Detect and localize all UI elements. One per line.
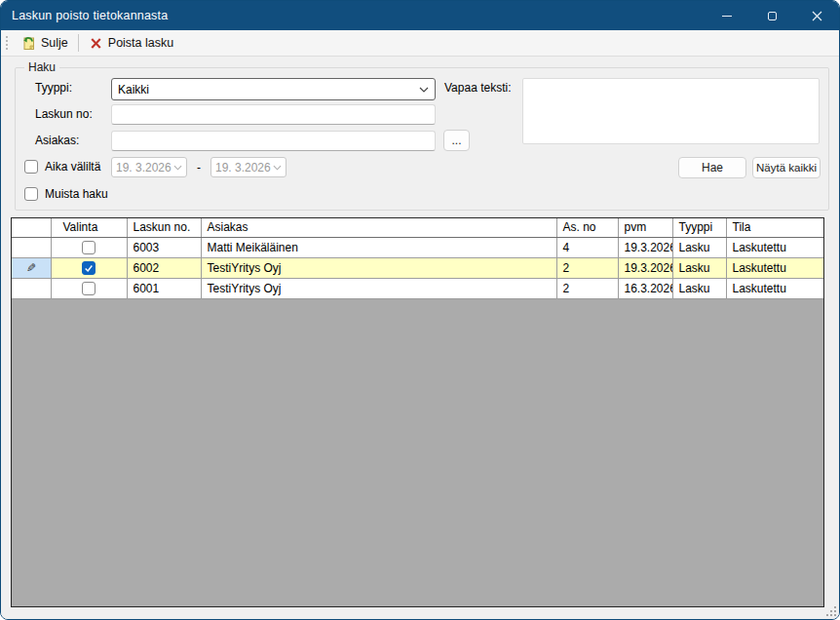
row-selector-cell[interactable]: ✎ [12, 257, 51, 278]
sulje-button[interactable]: Sulje [15, 32, 74, 54]
col-header-tila[interactable]: Tila [726, 218, 823, 237]
cell-pvm[interactable]: 16.3.2026 [618, 278, 672, 298]
free-text-label: Vapaa teksti: [444, 81, 511, 95]
pencil-icon: ✎ [26, 262, 36, 274]
table-row[interactable]: 6001 TestiYritys Oyj 2 16.3.2026 Lasku L… [12, 278, 823, 298]
window-controls [705, 1, 839, 30]
search-group-title: Haku [24, 60, 59, 74]
invoice-no-input[interactable] [111, 104, 436, 125]
cell-tila[interactable]: Laskutettu [726, 278, 823, 298]
toolbar-separator [78, 34, 79, 52]
close-icon [812, 11, 822, 21]
maximize-icon [768, 12, 777, 20]
minimize-icon [722, 16, 732, 17]
date-to-picker[interactable]: 19. 3.2026 [210, 157, 286, 177]
customer-browse-button[interactable]: ... [443, 130, 470, 151]
type-label: Tyyppi: [35, 81, 72, 95]
type-select-value: Kaikki [118, 83, 419, 97]
row-checkbox-cell[interactable] [51, 278, 127, 298]
cell-as-no[interactable]: 2 [556, 278, 618, 298]
close-button[interactable] [794, 1, 839, 30]
title-bar[interactable]: Laskun poisto tietokannasta [1, 1, 839, 30]
cell-tila[interactable]: Laskutettu [726, 257, 823, 278]
cell-tyyppi[interactable]: Lasku [672, 257, 726, 278]
toolbar-grip[interactable] [4, 34, 9, 52]
row-checkbox[interactable] [82, 241, 95, 254]
col-header-selector[interactable] [12, 218, 51, 237]
cell-laskun-no[interactable]: 6002 [127, 257, 201, 278]
type-select[interactable]: Kaikki [111, 78, 436, 100]
remember-search-checkbox[interactable] [24, 187, 38, 201]
cell-asiakas[interactable]: TestiYritys Oyj [201, 278, 556, 298]
chevron-down-icon [173, 165, 182, 171]
cell-asiakas[interactable]: TestiYritys Oyj [201, 257, 556, 278]
check-icon [84, 263, 94, 273]
table-row[interactable]: 6003 Matti Meikäläinen 4 19.3.2026 Lasku… [12, 237, 823, 257]
cell-tyyppi[interactable]: Lasku [672, 278, 726, 298]
client-area: Haku Tyyppi: Kaikki Vapaa teksti: Laskun… [1, 57, 840, 620]
free-text-input[interactable] [522, 78, 820, 144]
customer-label: Asiakas: [35, 134, 79, 147]
cell-pvm[interactable]: 19.3.2026 [618, 237, 672, 257]
invoice-no-label: Laskun no: [35, 107, 93, 121]
date-to-value: 19. 3.2026 [215, 161, 273, 174]
window-title: Laskun poisto tietokannasta [1, 9, 168, 22]
col-header-pvm[interactable]: pvm [618, 218, 672, 237]
exit-icon [20, 35, 36, 51]
chevron-down-icon [419, 87, 429, 93]
table-row[interactable]: ✎ 6002 TestiYritys Oyj 2 19.3.2026 Lasku… [12, 257, 823, 278]
date-range-row: Aika väliltä [24, 160, 100, 174]
dialog-window: Laskun poisto tietokannasta [0, 0, 840, 620]
show-all-button[interactable]: Näytä kaikki [752, 157, 821, 178]
row-checkbox-cell[interactable] [51, 257, 127, 278]
sulje-label: Sulje [41, 36, 68, 50]
date-from-value: 19. 3.2026 [116, 161, 173, 174]
minimize-button[interactable] [705, 1, 749, 30]
resize-grip[interactable] [824, 604, 838, 618]
row-selector-cell[interactable] [12, 278, 51, 298]
row-checkbox-cell[interactable] [51, 237, 127, 257]
date-range-checkbox[interactable] [24, 160, 38, 174]
search-button[interactable]: Hae [678, 157, 746, 178]
col-header-valinta[interactable]: Valinta [51, 218, 127, 237]
cell-tyyppi[interactable]: Lasku [672, 237, 726, 257]
table-header-row: Valinta Laskun no. Asiakas As. no pvm Ty… [12, 218, 823, 237]
cell-laskun-no[interactable]: 6003 [127, 237, 201, 257]
date-range-label: Aika väliltä [45, 160, 100, 174]
cell-asiakas[interactable]: Matti Meikäläinen [201, 237, 556, 257]
remember-search-row: Muista haku [24, 187, 108, 201]
cell-laskun-no[interactable]: 6001 [127, 278, 201, 298]
col-header-as-no[interactable]: As. no [556, 218, 618, 237]
maximize-button[interactable] [749, 1, 794, 30]
toolbar: Sulje Poista lasku [1, 30, 839, 57]
col-header-laskun-no[interactable]: Laskun no. [127, 218, 201, 237]
col-header-asiakas[interactable]: Asiakas [201, 218, 556, 237]
cell-pvm[interactable]: 19.3.2026 [618, 257, 672, 278]
poista-lasku-label: Poista lasku [108, 36, 173, 50]
poista-lasku-button[interactable]: Poista lasku [83, 33, 179, 54]
cell-as-no[interactable]: 2 [556, 257, 618, 278]
invoice-table: Valinta Laskun no. Asiakas As. no pvm Ty… [11, 217, 824, 607]
chevron-down-icon [273, 165, 282, 171]
col-header-tyyppi[interactable]: Tyyppi [672, 218, 726, 237]
cell-tila[interactable]: Laskutettu [726, 237, 823, 257]
row-checkbox[interactable] [82, 261, 95, 275]
delete-icon [89, 36, 103, 51]
cell-as-no[interactable]: 4 [556, 237, 618, 257]
customer-input[interactable] [111, 131, 436, 151]
date-from-picker[interactable]: 19. 3.2026 [111, 157, 187, 177]
date-separator: - [197, 161, 201, 174]
row-checkbox[interactable] [82, 282, 95, 295]
remember-search-label: Muista haku [45, 187, 108, 201]
row-selector-cell[interactable] [12, 237, 51, 257]
